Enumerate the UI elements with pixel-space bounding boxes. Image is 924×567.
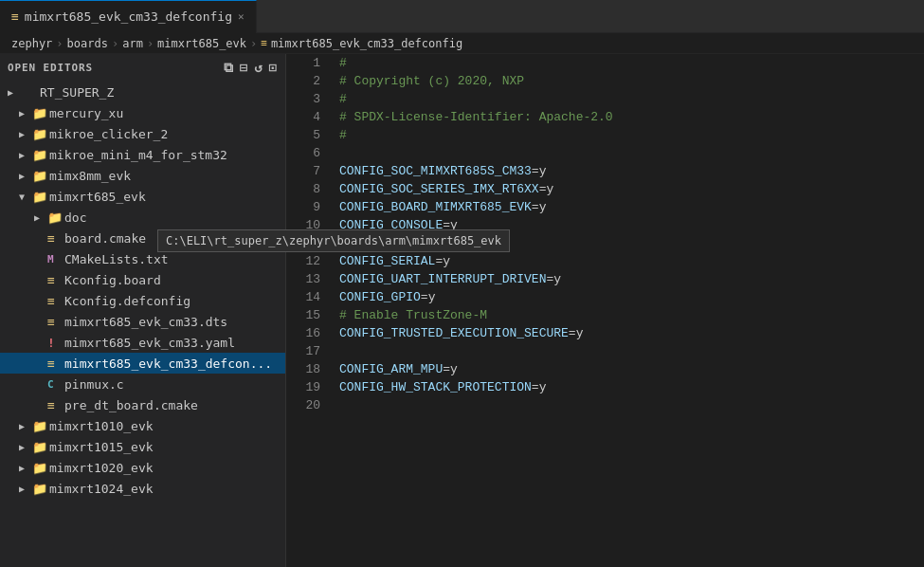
tree-item[interactable]: ▶📁mimxrt1015_evk [0,436,285,457]
tree-item[interactable]: ≡Kconfig.board [0,269,285,290]
tree-item[interactable]: ≡pre_dt_board.cmake [0,394,285,415]
tree-item[interactable]: ≡mimxrt685_evk_cm33.dts [0,311,285,332]
breadcrumb-sep-2: › [112,37,118,50]
line-number: 7 [286,162,320,180]
tree-label: mimxrt685_evk [49,190,146,204]
config-key: CONFIG_ARM_MPU [339,362,443,376]
tree-item[interactable]: ▶📁mimx8mm_evk [0,165,285,186]
tree-arrow: ▶ [19,484,32,494]
config-key: CONFIG_UART_INTERRUPT_DRIVEN [339,272,546,286]
config-val: y [428,290,436,304]
tree-arrow: ▶ [19,108,32,119]
tree-arrow: ▶ [34,212,47,223]
code-line: # [339,90,924,108]
tree-item[interactable]: ▶📁mercury_xu [0,102,285,123]
tab-close-button[interactable]: ✕ [238,10,245,23]
tree-arrow: ▶ [19,171,32,181]
folder-icon: 📁 [32,169,49,183]
main-content: OPEN EDITORS ⧉ ⊟ ↺ ⊡ ▶ RT_SUPER_Z ▶📁merc… [0,54,924,567]
tree-item[interactable]: ▶📁mimxrt1020_evk [0,457,285,478]
config-val: y [539,380,547,394]
line-number: 15 [286,306,320,324]
breadcrumb-zephyr[interactable]: zephyr [11,37,52,50]
tree-item[interactable]: ▶📁doc [0,207,285,228]
tree-label: board.cmake [64,231,146,246]
line-number: 2 [286,72,320,90]
path-tooltip: C:\ELI\rt_super_z\zephyr\boards\arm\mimx… [157,229,510,252]
line-number: 4 [286,108,320,126]
tree-label: Kconfig.defconfig [64,294,190,308]
line-number: 13 [286,270,320,288]
file-icon: ≡ [47,357,64,371]
breadcrumb-board[interactable]: mimxrt685_evk [157,37,246,50]
config-key: CONFIG_GPIO [339,290,421,304]
file-tree: ▶📁mercury_xu▶📁mikroe_clicker_2▶📁mikroe_m… [0,102,285,499]
collapse-icon[interactable]: ⊟ [240,60,248,76]
config-eq: = [443,362,450,376]
code-line [339,342,924,360]
tree-label: mikroe_mini_m4_for_stm32 [49,148,227,162]
root-arrow: ▶ [8,87,23,98]
tree-root[interactable]: ▶ RT_SUPER_Z [0,82,285,102]
breadcrumb-file[interactable]: mimxrt685_evk_cm33_defconfig [271,37,462,50]
tree-arrow: ▶ [19,129,32,139]
config-eq: = [421,290,428,304]
line-number: 8 [286,180,320,198]
code-line: CONFIG_UART_INTERRUPT_DRIVEN=y [339,270,924,288]
file-icon: ≡ [47,273,64,287]
line-number: 12 [286,252,320,270]
tree-label: doc [64,210,86,225]
line-number: 16 [286,324,320,342]
c-icon: C [47,378,64,391]
config-eq: = [569,326,576,340]
tree-item[interactable]: ≡mimxrt685_evk_cm33_defcon... [0,353,285,374]
tree-item[interactable]: ▶📁mikroe_mini_m4_for_stm32 [0,144,285,165]
tree-arrow: ▶ [19,463,32,473]
comment-text: # [339,56,347,70]
refresh-icon[interactable]: ↺ [254,60,263,76]
config-key: CONFIG_SOC_SERIES_IMX_RT6XX [339,182,539,196]
tab-icon: ≡ [11,9,19,24]
close-editors-icon[interactable]: ⊡ [269,60,278,76]
breadcrumb-boards[interactable]: boards [67,37,108,50]
code-editor[interactable]: 1234567891011121314151617181920 ## Copyr… [286,54,924,567]
config-key: CONFIG_HW_STACK_PROTECTION [339,380,532,394]
new-file-icon[interactable]: ⧉ [224,60,234,76]
line-number: 3 [286,90,320,108]
folder-icon: 📁 [32,148,49,162]
breadcrumb-sep-1: › [56,37,63,50]
comment-text: # Copyright (c) 2020, NXP [339,74,524,88]
tree-label: mimxrt685_evk_cm33.yaml [64,336,235,350]
code-line: CONFIG_HW_STACK_PROTECTION=y [339,378,924,396]
tab-label: mimxrt685_evk_cm33_defconfig [25,9,232,24]
sidebar-header-label: OPEN EDITORS [8,62,93,74]
code-line: # Enable TrustZone-M [339,306,924,324]
tree-item[interactable]: ▼📁mimxrt685_evk [0,186,285,207]
tree-arrow: ▶ [19,442,32,452]
tree-label: mercury_xu [49,106,123,120]
line-number: 19 [286,378,320,396]
tree-label: CMakeLists.txt [64,252,169,266]
tree-item[interactable]: ≡Kconfig.defconfig [0,290,285,311]
breadcrumb-file-icon: ≡ [261,37,267,49]
config-key: CONFIG_TRUSTED_EXECUTION_SECURE [339,326,569,340]
line-number: 9 [286,198,320,216]
folder-icon: 📁 [32,440,49,454]
breadcrumb-arm[interactable]: arm [122,37,143,50]
active-tab[interactable]: ≡ mimxrt685_evk_cm33_defconfig ✕ [0,0,257,33]
tree-item[interactable]: Cpinmux.c [0,374,285,394]
config-val: y [553,272,561,286]
editor-area: 1234567891011121314151617181920 ## Copyr… [286,54,924,567]
line-number: 20 [286,396,320,414]
tree-label: mimxrt1024_evk [49,482,154,496]
tree-item[interactable]: ▶📁mikroe_clicker_2 [0,123,285,144]
line-number: 5 [286,126,320,144]
config-val: y [539,164,547,178]
comment-text: # [339,128,347,142]
tree-item[interactable]: ▶📁mimxrt1024_evk [0,478,285,499]
config-val: y [450,362,458,376]
tree-label: mimxrt1010_evk [49,419,154,433]
tree-item[interactable]: !mimxrt685_evk_cm33.yaml [0,332,285,353]
tree-label: mimxrt685_evk_cm33_defcon... [64,357,272,371]
tree-item[interactable]: ▶📁mimxrt1010_evk [0,415,285,436]
